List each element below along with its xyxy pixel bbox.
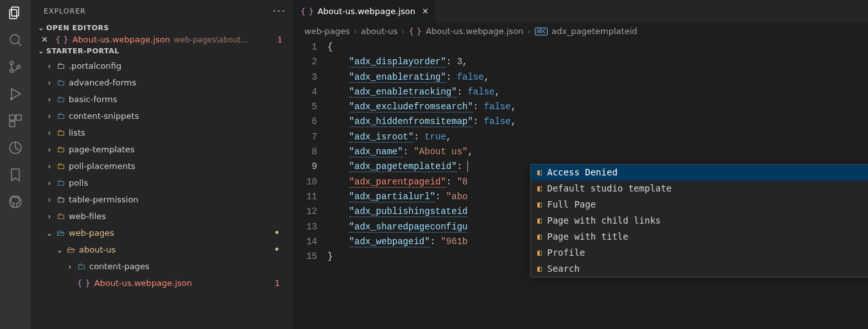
chevron-right-icon: › [46,109,53,123]
sidebar: EXPLORER ··· ⌄ OPEN EDITORS ✕ { } About-… [31,0,294,329]
close-icon[interactable]: ✕ [41,35,51,44]
folder-icon: 🗀 [56,126,65,140]
chevron-right-icon: › [46,126,53,140]
svg-rect-10 [16,115,21,120]
folder-icon: 🗀 [56,176,65,190]
tree-folder-web-pages[interactable]: ⌄🗁web-pages• [31,225,294,242]
suggestion-item[interactable]: ◧Page with title [531,229,868,245]
tree-folder-page-templates[interactable]: ›🗀page-templates [31,141,294,158]
chevron-right-icon: › [46,93,53,107]
tab-about-us-json[interactable]: { } About-us.webpage.json ✕ [294,0,435,22]
sidebar-title-row: EXPLORER ··· [31,0,294,22]
tree-folder-lists[interactable]: ›🗀lists [31,125,294,141]
enum-icon: ◧ [537,214,542,227]
power-platform-icon[interactable] [8,140,23,156]
modified-dot-icon: • [274,243,289,257]
sidebar-title: EXPLORER [44,7,86,15]
folder-icon: 🗀 [56,59,65,73]
tree-folder-advanced-forms[interactable]: ›🗀advanced-forms [31,75,294,91]
folder-icon: 🗀 [56,76,65,90]
search-icon[interactable] [8,32,23,48]
open-editors-header[interactable]: ⌄ OPEN EDITORS [31,22,294,33]
tree-folder-poll-placements[interactable]: ›🗀poll-placements [31,158,294,175]
tree-file-about-us-json[interactable]: { }About-us.webpage.json1 [31,275,294,292]
tree-folder-polls[interactable]: ›🗀polls [31,175,294,191]
svg-point-5 [10,69,13,73]
folder-icon: 🗀 [56,93,65,107]
tab-bar: { } About-us.webpage.json ✕ [294,0,868,22]
svg-rect-9 [10,115,15,120]
tree-folder-portalconfig[interactable]: ›🗀.portalconfig [31,58,294,75]
suggestion-item[interactable]: ◧Access Denied [531,164,868,181]
chevron-right-icon: › [46,59,53,73]
chevron-down-icon: ⌄ [56,243,63,257]
breadcrumb-item[interactable]: web-pages [304,26,350,36]
chevron-right-icon: › [46,159,53,173]
tree-folder-web-files[interactable]: ›🗀web-files [31,208,294,225]
folder-icon: 🗀 [56,143,65,157]
tree-folder-table-permission[interactable]: ›🗀table-permission [31,191,294,208]
folder-icon: 🗀 [56,109,65,123]
chevron-right-icon: › [401,26,404,36]
activity-bar [0,0,31,329]
svg-rect-1 [10,10,17,19]
extensions-icon[interactable] [8,113,23,129]
error-badge: 1 [277,35,289,44]
workspace-header[interactable]: ⌄ STARTER-PORTAL [31,46,294,57]
open-editor-item[interactable]: ✕ { } About-us.webpage.json web-pages\ab… [31,33,294,46]
svg-rect-11 [10,121,15,127]
editor-area: { } About-us.webpage.json ✕ web-pages › … [294,0,868,329]
breadcrumb-item[interactable]: about-us [361,26,397,36]
intellisense-popup[interactable]: ◧Access Denied ◧Default studio template … [530,164,868,278]
folder-icon: 🗀 [56,209,65,224]
breadcrumb[interactable]: web-pages › about-us › { } About-us.webp… [294,22,868,40]
chevron-right-icon: › [46,143,53,157]
chevron-down-icon: ⌄ [36,24,46,32]
folder-icon: 🗀 [77,260,85,274]
svg-rect-0 [12,7,19,16]
tree-folder-about-us[interactable]: ⌄🗁about-us• [31,242,294,258]
code-lines[interactable]: { "adx_displayorder": 3, "adx_enablerati… [327,40,868,329]
open-editor-name: About-us.webpage.json [73,35,170,44]
bookmark-icon[interactable] [8,167,23,182]
more-icon[interactable]: ··· [273,5,286,17]
text-cursor [467,161,468,172]
close-icon[interactable]: ✕ [422,6,429,16]
json-icon: { } [408,26,422,36]
string-symbol-icon: abc [535,28,548,35]
breadcrumb-item[interactable]: About-us.webpage.json [426,26,523,36]
suggestion-item[interactable]: ◧Search [531,261,868,277]
folder-icon: 🗀 [56,193,65,207]
source-control-icon[interactable] [8,59,23,75]
chevron-right-icon: › [46,76,53,90]
tree-folder-content-pages[interactable]: ›🗀content-pages [31,258,294,275]
folder-open-icon: 🗁 [56,226,65,240]
suggestion-item[interactable]: ◧Full Page [531,197,868,213]
tree-folder-content-snippets[interactable]: ›🗀content-snippets [31,108,294,125]
suggestion-item[interactable]: ◧Profile [531,245,868,261]
modified-dot-icon: • [274,226,289,240]
chevron-down-icon: ⌄ [36,47,46,55]
json-icon: { } [300,6,314,16]
code-editor[interactable]: 123456789101112131415 { "adx_displayorde… [294,40,868,329]
suggestion-item[interactable]: ◧Default studio template [531,181,868,197]
github-icon[interactable] [8,194,23,209]
tree-folder-basic-forms[interactable]: ›🗀basic-forms [31,91,294,108]
enum-icon: ◧ [537,166,542,179]
line-number-gutter: 123456789101112131415 [294,40,327,329]
chevron-down-icon: ⌄ [46,226,53,240]
suggestion-item[interactable]: ◧Page with child links [531,213,868,229]
chevron-right-icon: › [67,260,73,274]
chevron-right-icon: › [46,176,53,190]
folder-open-icon: 🗁 [67,243,75,257]
enum-icon: ◧ [537,230,542,244]
run-debug-icon[interactable] [8,86,23,102]
breadcrumb-item[interactable]: adx_pagetemplateid [551,26,637,36]
json-icon: { } [55,35,69,44]
chevron-right-icon: › [527,26,530,36]
error-badge: 1 [275,276,289,290]
enum-icon: ◧ [537,182,542,195]
files-icon[interactable] [8,5,23,21]
chevron-right-icon: › [46,193,53,207]
json-icon: { } [77,276,91,290]
